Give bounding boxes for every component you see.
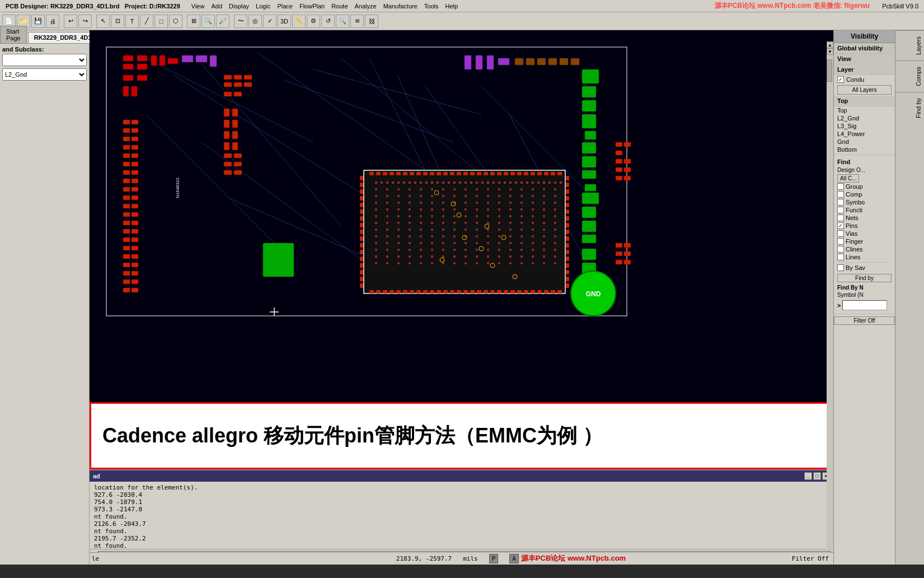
svg-rect-219 — [397, 195, 400, 197]
layer-row-l3sig[interactable]: L3_Sig — [834, 122, 895, 130]
layer-select[interactable]: TopL2_GndL3_SigL4_PowerGndBottom — [2, 68, 87, 81]
menu-add[interactable]: Add — [208, 2, 226, 11]
zoom-out-btn[interactable]: 🔎 — [216, 15, 229, 28]
scrollbar-down-arrow[interactable]: ▼ — [827, 48, 833, 55]
pins-checkbox[interactable] — [837, 222, 844, 229]
console-minimize-btn[interactable]: _ — [804, 472, 812, 480]
scrollbar-up-arrow[interactable]: ▲ — [827, 41, 833, 48]
condu-layer-item[interactable]: Condu — [834, 75, 895, 84]
svg-rect-420 — [123, 137, 130, 141]
divider-3 — [834, 314, 895, 314]
top-watermark: 源丰PCB论坛 www.NTpcb.com 老吴微信: fligerwu — [711, 0, 874, 12]
save-btn[interactable]: 💾 — [31, 15, 45, 28]
layer-row-top[interactable]: Top — [834, 106, 895, 114]
find-symbol-item[interactable]: Symbo — [837, 198, 892, 206]
zoom-in-btn[interactable]: 🔍 — [201, 15, 215, 28]
console-restore-btn[interactable]: □ — [813, 472, 821, 480]
layers-sidebar-tab[interactable]: Layers — [895, 30, 924, 60]
redo-btn[interactable]: ↪ — [78, 15, 92, 28]
symbol-checkbox[interactable] — [837, 199, 844, 206]
menu-analyze[interactable]: Analyze — [351, 2, 380, 11]
print-btn[interactable]: 🖨 — [46, 15, 59, 28]
all-layers-button[interactable]: All Layers — [837, 85, 892, 95]
menu-display[interactable]: Display — [226, 2, 252, 11]
prop-btn[interactable]: ⚙ — [307, 15, 320, 28]
filter-off-button[interactable]: Filter Off — [834, 316, 895, 325]
tab-pcb[interactable]: RK3229_DDR3_4D1 — [28, 32, 98, 43]
scrollbar-thumb[interactable] — [827, 59, 832, 82]
route-btn[interactable]: 〜 — [234, 15, 247, 28]
rect-btn[interactable]: □ — [154, 15, 168, 28]
menu-help[interactable]: Help — [442, 2, 462, 11]
function-checkbox[interactable] — [837, 207, 844, 213]
select-btn[interactable]: ⊡ — [111, 15, 124, 28]
group-checkbox[interactable] — [837, 183, 844, 190]
text-btn[interactable]: T — [125, 15, 139, 28]
measure-btn[interactable]: 📏 — [292, 15, 306, 28]
findby-sidebar-tab[interactable]: Find by — [895, 92, 924, 124]
constraint-btn[interactable]: ⛓ — [365, 15, 378, 28]
find-by-button[interactable]: Find by — [837, 274, 892, 282]
find-nets-item[interactable]: Nets — [837, 214, 892, 222]
menu-view[interactable]: View — [188, 2, 208, 11]
svg-rect-337 — [386, 242, 388, 244]
menu-place[interactable]: Place — [274, 2, 296, 11]
find-btn[interactable]: 🔍 — [336, 15, 349, 28]
clines-checkbox[interactable] — [837, 246, 844, 253]
3d-btn[interactable]: 3D — [278, 15, 291, 28]
poly-btn[interactable]: ⬡ — [169, 15, 182, 28]
drc-btn[interactable]: ✓ — [263, 15, 276, 28]
svg-rect-53 — [244, 75, 252, 80]
layer-row-gnd[interactable]: Gnd — [834, 138, 895, 146]
vias-checkbox[interactable] — [837, 230, 844, 237]
pcb-canvas[interactable]: GND — [90, 30, 833, 469]
condu-checkbox[interactable] — [837, 76, 844, 83]
undo-btn[interactable]: ↩ — [64, 15, 77, 28]
find-vias-item[interactable]: Vias — [837, 230, 892, 237]
svg-rect-459 — [616, 142, 622, 147]
find-lines-item[interactable]: Lines — [837, 253, 892, 261]
by-save-checkbox[interactable] — [837, 264, 844, 271]
line-btn[interactable]: ╱ — [140, 15, 153, 28]
finger-checkbox[interactable] — [837, 238, 844, 245]
via-btn[interactable]: ◎ — [248, 15, 262, 28]
comps-sidebar-tab[interactable]: Comps — [895, 60, 924, 92]
banner-text: Cadence allegro 移动元件pin管脚方法（EMMC为例 ） — [102, 422, 603, 450]
refresh-btn[interactable]: ↺ — [321, 15, 335, 28]
find-pins-item[interactable]: Pins — [837, 222, 892, 230]
menu-tools[interactable]: Tools — [421, 2, 442, 11]
svg-rect-273 — [431, 215, 433, 217]
find-by-name-input[interactable] — [842, 300, 887, 310]
net-btn[interactable]: ≋ — [350, 15, 364, 28]
layer-row-bottom[interactable]: Bottom — [834, 146, 895, 153]
all-comp-button[interactable]: All C... — [837, 174, 859, 183]
pointer-btn[interactable]: ↖ — [96, 15, 110, 28]
by-save-item[interactable]: By Sav — [837, 264, 892, 272]
comp-checkbox[interactable] — [837, 191, 844, 198]
menu-flowplan[interactable]: FlowPlan — [296, 2, 328, 11]
tab-startpage[interactable]: Start Page — [0, 26, 27, 43]
nets-checkbox[interactable] — [837, 215, 844, 221]
zoom-fit-btn[interactable]: ⊞ — [187, 15, 200, 28]
svg-rect-446 — [123, 246, 130, 250]
svg-rect-439 — [132, 212, 138, 217]
find-group-item[interactable]: Group — [837, 183, 892, 190]
svg-rect-330 — [498, 235, 500, 237]
lines-checkbox[interactable] — [837, 254, 844, 260]
svg-rect-121 — [490, 290, 495, 293]
svg-rect-336 — [375, 242, 377, 244]
console-scrollbar[interactable]: ▲ ▼ — [827, 41, 833, 551]
layer-row-l4power[interactable]: L4_Power — [834, 130, 895, 138]
find-comp-item[interactable]: Comp — [837, 190, 892, 198]
menu-logic[interactable]: Logic — [252, 2, 274, 11]
svg-rect-68 — [234, 153, 242, 158]
svg-rect-59 — [224, 109, 229, 116]
menu-route[interactable]: Route — [328, 2, 351, 11]
find-clines-item[interactable]: Clines — [837, 245, 892, 253]
svg-rect-426 — [123, 162, 130, 166]
layer-row-l2gnd[interactable]: L2_Gnd — [834, 114, 895, 122]
menu-manufacture[interactable]: Manufacture — [380, 2, 421, 11]
layer-subclass-select[interactable] — [2, 54, 87, 66]
find-function-item[interactable]: Functi — [837, 206, 892, 214]
find-finger-item[interactable]: Finger — [837, 237, 892, 245]
